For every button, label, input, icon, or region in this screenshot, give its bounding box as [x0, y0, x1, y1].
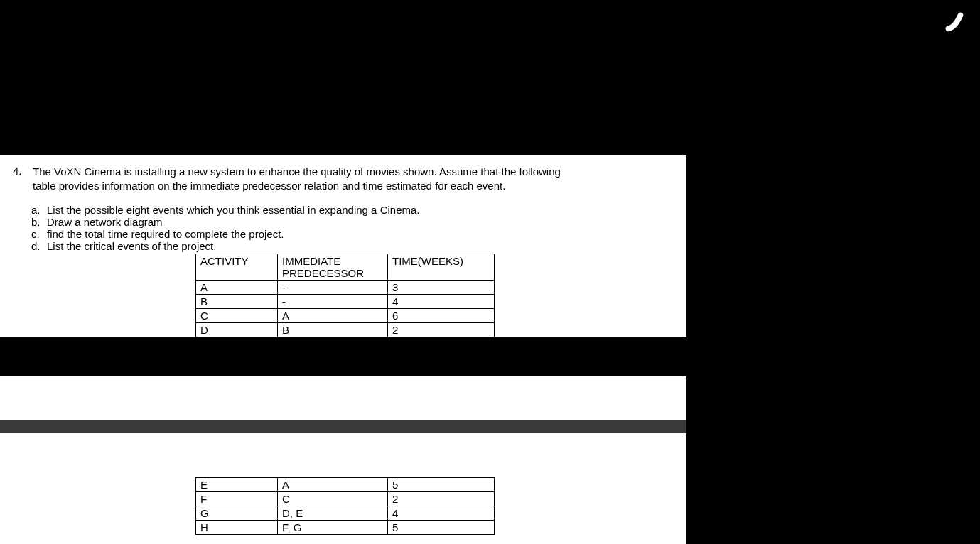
corner-mark-icon: [940, 7, 967, 34]
cell-activity: A: [196, 280, 278, 294]
table-row: C A 6: [196, 308, 495, 322]
th-predecessor-l2: PREDECESSOR: [282, 267, 364, 279]
question-text: The VoXN Cinema is installing a new syst…: [33, 165, 674, 194]
th-activity: ACTIVITY: [196, 254, 278, 280]
cell-predecessor: F, G: [278, 521, 388, 535]
activity-table-upper: ACTIVITY IMMEDIATE PREDECESSOR TIME(WEEK…: [195, 254, 495, 337]
table-row: D B 2: [196, 322, 495, 337]
cell-time: 2: [388, 492, 495, 506]
page-boundary-dashed: [0, 376, 980, 376]
cell-time: 5: [388, 521, 495, 535]
cell-activity: F: [196, 492, 278, 506]
cell-time: 3: [388, 280, 495, 294]
table-row: B - 4: [196, 294, 495, 308]
question-text-line1: The VoXN Cinema is installing a new syst…: [33, 165, 561, 178]
th-predecessor: IMMEDIATE PREDECESSOR: [278, 254, 388, 280]
sub-text: List the critical events of the project.: [47, 240, 216, 252]
table-header-row: ACTIVITY IMMEDIATE PREDECESSOR TIME(WEEK…: [196, 254, 495, 280]
cell-time: 5: [388, 478, 495, 492]
page-gap-band: [0, 420, 686, 433]
cell-predecessor: A: [278, 478, 388, 492]
cell-predecessor: A: [278, 308, 388, 322]
cell-time: 4: [388, 506, 495, 521]
question-text-line2: table provides information on the immedi…: [33, 180, 505, 192]
cell-activity: E: [196, 478, 278, 492]
subquestion-c: c. find the total time required to compl…: [31, 228, 674, 240]
table-row: E A 5: [196, 478, 495, 492]
sub-text: find the total time required to complete…: [47, 228, 284, 240]
sub-letter: c.: [31, 228, 47, 240]
document-page-lower: E A 5 F C 2 G D, E 4 H F, G 5: [0, 433, 686, 544]
subquestion-a: a. List the possible eight events which …: [31, 204, 674, 216]
sub-letter: a.: [31, 204, 47, 216]
cell-activity: H: [196, 521, 278, 535]
cell-predecessor: D, E: [278, 506, 388, 521]
sub-letter: d.: [31, 240, 47, 252]
subquestion-d: d. List the critical events of the proje…: [31, 240, 674, 252]
cell-time: 6: [388, 308, 495, 322]
cell-predecessor: -: [278, 280, 388, 294]
question-4: 4. The VoXN Cinema is installing a new s…: [13, 165, 674, 194]
sub-letter: b.: [31, 216, 47, 228]
cell-activity: C: [196, 308, 278, 322]
document-page-upper: 4. The VoXN Cinema is installing a new s…: [0, 155, 686, 337]
cell-time: 4: [388, 294, 495, 308]
cell-time: 2: [388, 322, 495, 337]
cell-predecessor: -: [278, 294, 388, 308]
activity-table-upper-wrap: ACTIVITY IMMEDIATE PREDECESSOR TIME(WEEK…: [195, 254, 674, 337]
sub-text: Draw a network diagram: [47, 216, 163, 228]
cell-activity: B: [196, 294, 278, 308]
cell-predecessor: B: [278, 322, 388, 337]
question-number: 4.: [13, 165, 33, 177]
cell-activity: D: [196, 322, 278, 337]
cell-predecessor: C: [278, 492, 388, 506]
cell-activity: G: [196, 506, 278, 521]
th-time: TIME(WEEKS): [388, 254, 495, 280]
subquestion-b: b. Draw a network diagram: [31, 216, 674, 228]
table-row: G D, E 4: [196, 506, 495, 521]
page-spacer: [0, 376, 686, 420]
activity-table-lower-wrap: E A 5 F C 2 G D, E 4 H F, G 5: [195, 477, 686, 535]
table-row: A - 3: [196, 280, 495, 294]
activity-table-lower: E A 5 F C 2 G D, E 4 H F, G 5: [195, 477, 495, 535]
table-row: F C 2: [196, 492, 495, 506]
th-predecessor-l1: IMMEDIATE: [282, 255, 340, 267]
table-row: H F, G 5: [196, 521, 495, 535]
subquestion-list: a. List the possible eight events which …: [31, 204, 674, 252]
sub-text: List the possible eight events which you…: [47, 204, 419, 216]
